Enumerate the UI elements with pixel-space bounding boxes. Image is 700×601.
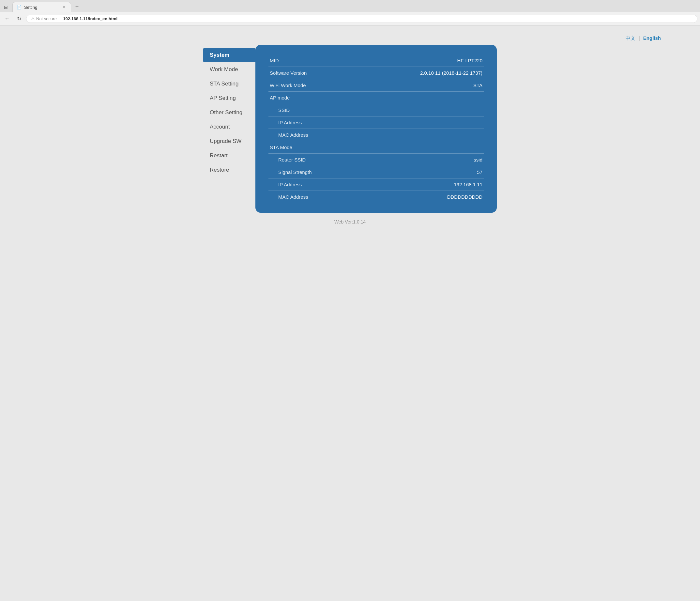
- row-value: 192.168.1.11: [356, 178, 484, 191]
- content-card: MID HF-LPT220 Software Version 2.0.10 11…: [255, 45, 497, 213]
- ap-mode-label: AP mode: [269, 92, 484, 104]
- row-label: Software Version: [269, 67, 356, 79]
- sidebar-item-restore[interactable]: Restore: [203, 163, 255, 177]
- sidebar: SystemWork ModeSTA SettingAP SettingOthe…: [203, 45, 255, 177]
- row-label: WiFi Work Mode: [269, 79, 356, 92]
- table-row: MAC Address DDDDDDDDDD: [269, 191, 484, 203]
- table-row: IP Address: [269, 117, 484, 129]
- sidebar-item-sta-setting[interactable]: STA Setting: [203, 77, 255, 91]
- tab-bar: ⊟ 📄 Setting × +: [0, 0, 700, 12]
- back-button[interactable]: ←: [3, 14, 12, 23]
- row-value: [356, 104, 484, 117]
- sidebar-item-restart[interactable]: Restart: [203, 148, 255, 163]
- sta-mode-label: STA Mode: [269, 141, 484, 154]
- lang-en-button[interactable]: English: [643, 35, 661, 41]
- security-warning: ⚠ Not secure: [31, 16, 57, 21]
- browser-menu-icon[interactable]: ⊟: [3, 4, 9, 10]
- sidebar-item-ap-setting[interactable]: AP Setting: [203, 91, 255, 105]
- tab-title: Setting: [24, 5, 58, 10]
- table-row: Software Version 2.0.10 11 (2018-11-22 1…: [269, 67, 484, 79]
- address-url: 192.168.1.11/index_en.html: [63, 16, 118, 21]
- tab-favicon: 📄: [17, 5, 22, 9]
- table-row: WiFi Work Mode STA: [269, 79, 484, 92]
- warning-icon: ⚠: [31, 16, 35, 21]
- tab-close-button[interactable]: ×: [61, 4, 67, 10]
- address-bar-row: ← ↻ ⚠ Not secure | 192.168.1.11/index_en…: [0, 12, 700, 25]
- browser-chrome: ⊟ 📄 Setting × + ← ↻ ⚠ Not secure | 192.1…: [0, 0, 700, 25]
- row-label: MAC Address: [269, 191, 356, 203]
- table-row: SSID: [269, 104, 484, 117]
- row-value: 2.0.10 11 (2018-11-22 1737): [356, 67, 484, 79]
- not-secure-label: Not secure: [36, 16, 57, 21]
- lang-separator: |: [639, 35, 640, 41]
- sidebar-item-upgrade-sw[interactable]: Upgrade SW: [203, 134, 255, 148]
- row-label: Router SSID: [269, 154, 356, 166]
- table-row: MAC Address: [269, 129, 484, 141]
- active-tab[interactable]: 📄 Setting ×: [12, 2, 71, 12]
- row-value: DDDDDDDDDD: [356, 191, 484, 203]
- row-value: [356, 129, 484, 141]
- page-footer: Web Ver:1.0.14: [334, 219, 366, 224]
- sidebar-item-account[interactable]: Account: [203, 120, 255, 134]
- info-table: MID HF-LPT220 Software Version 2.0.10 11…: [269, 54, 484, 203]
- sta-mode-header: STA Mode: [269, 141, 484, 154]
- address-separator: |: [59, 16, 60, 21]
- new-tab-button[interactable]: +: [72, 3, 81, 12]
- sidebar-item-work-mode[interactable]: Work Mode: [203, 62, 255, 77]
- table-row: MID HF-LPT220: [269, 54, 484, 67]
- row-label: Signal Strength: [269, 166, 356, 178]
- row-value: STA: [356, 79, 484, 92]
- lang-switcher: 中文 | English: [13, 32, 687, 45]
- row-label: IP Address: [269, 117, 356, 129]
- table-row: IP Address 192.168.1.11: [269, 178, 484, 191]
- row-value: ssid: [356, 154, 484, 166]
- row-label: MAC Address: [269, 129, 356, 141]
- row-label: IP Address: [269, 178, 356, 191]
- row-label: SSID: [269, 104, 356, 117]
- lang-cn-button[interactable]: 中文: [626, 35, 635, 41]
- web-version: Web Ver:1.0.14: [334, 219, 366, 224]
- table-row: Signal Strength 57: [269, 166, 484, 178]
- sidebar-item-system[interactable]: System: [203, 48, 255, 62]
- row-value: [356, 117, 484, 129]
- row-value: HF-LPT220: [356, 54, 484, 67]
- refresh-button[interactable]: ↻: [14, 14, 24, 23]
- ap-mode-header: AP mode: [269, 92, 484, 104]
- page-content: 中文 | English SystemWork ModeSTA SettingA…: [0, 25, 700, 600]
- main-layout: SystemWork ModeSTA SettingAP SettingOthe…: [203, 45, 497, 213]
- row-label: MID: [269, 54, 356, 67]
- sidebar-item-other-setting[interactable]: Other Setting: [203, 105, 255, 120]
- table-row: Router SSID ssid: [269, 154, 484, 166]
- row-value: 57: [356, 166, 484, 178]
- address-bar[interactable]: ⚠ Not secure | 192.168.1.11/index_en.htm…: [26, 15, 697, 23]
